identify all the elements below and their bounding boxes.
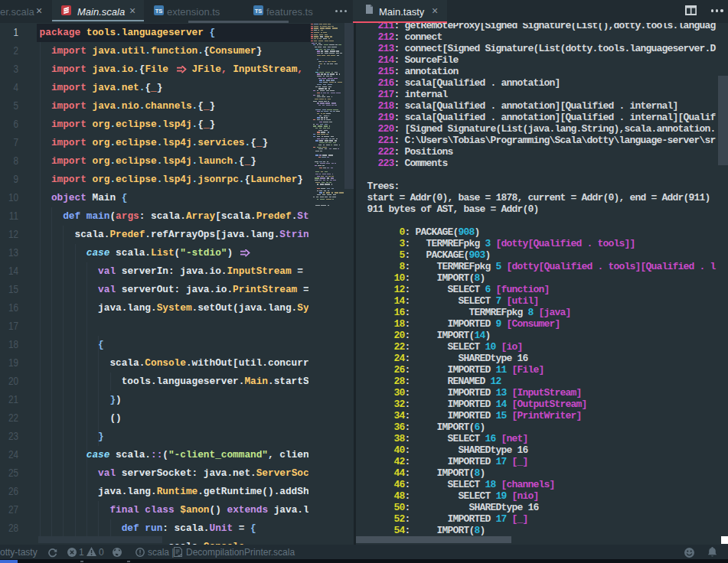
svg-text:TS: TS xyxy=(155,7,163,14)
svg-text:TS: TS xyxy=(255,7,263,14)
